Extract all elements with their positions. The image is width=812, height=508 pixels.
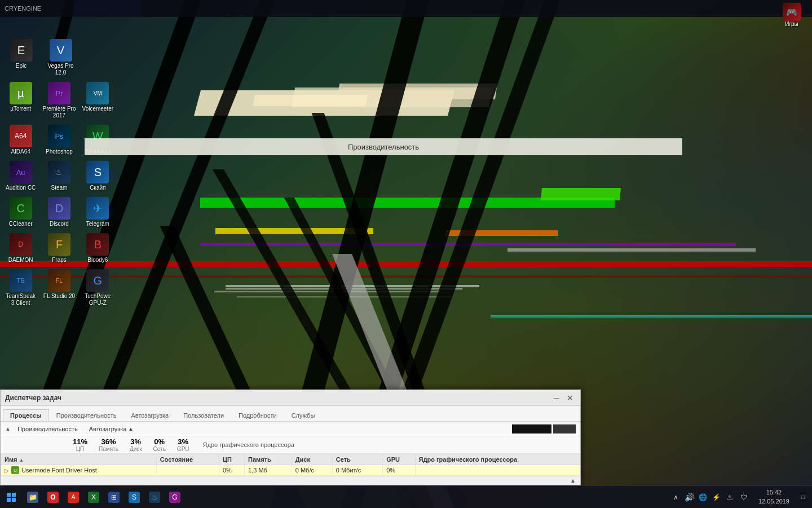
tray-expand-icon[interactable]: ∧ (670, 492, 682, 503)
icon-ccleaner[interactable]: C CCleaner (3, 195, 38, 230)
tm-titlebar: Диспетчер задач ─ ✕ (1, 390, 580, 406)
taskbar-skype[interactable]: S (124, 486, 144, 509)
tm-col-network[interactable]: Сеть (332, 454, 382, 465)
svg-rect-1 (12, 493, 16, 497)
tm-tab-services[interactable]: Службы (284, 409, 323, 421)
icon-flstudio[interactable]: FL FL Studio 20 (41, 267, 77, 309)
skype-icon-img: S (86, 161, 109, 183)
tm-col-gpu-core[interactable]: Ядро графического процессора (415, 454, 580, 465)
taskbar-adobe[interactable]: A (63, 486, 83, 509)
tm-tab-details[interactable]: Подробности (231, 409, 284, 421)
epic-icon-img: E (10, 39, 33, 62)
voicemeeter-icon-img: VM (86, 82, 109, 104)
icon-skype[interactable]: S Скайп (80, 159, 116, 194)
taskbar-opera[interactable]: O (43, 486, 63, 509)
tray-icon-1[interactable]: 🔊 (684, 492, 695, 503)
games-icon: 🎮 (783, 3, 801, 21)
taskbar-photos[interactable]: ⊞ (104, 486, 124, 509)
icon-steam[interactable]: ♨ Steam (41, 159, 77, 194)
tm-col-indicator-2 (553, 424, 576, 433)
skype-taskbar-icon: S (129, 492, 140, 503)
icon-utorrent[interactable]: µ µTorrent (3, 80, 38, 121)
tm-tab-performance[interactable]: Производительность (49, 409, 124, 421)
utorrent-label: µTorrent (10, 106, 31, 112)
tm-col-disk[interactable]: Диск (292, 454, 332, 465)
teamspeak-icon-img: TS (10, 269, 32, 292)
icon-voicemeeter[interactable]: VM Voicemeeter (80, 80, 116, 121)
tm-expand-icon: ▲ (5, 426, 11, 432)
tm-col-state[interactable]: Состояние (156, 454, 219, 465)
tm-process-table: Имя ▲ Состояние ЦП Память Диск Сеть GPU … (1, 454, 580, 476)
process-state (156, 465, 219, 476)
photoshop-label: Photoshop (46, 148, 73, 155)
icon-row-2: µ µTorrent Pr Premiere Pro 2017 VM Voice… (3, 80, 116, 121)
tm-col-indicator-1 (512, 424, 551, 433)
icon-daemon[interactable]: D DAEMON (3, 231, 38, 266)
steam-taskbar-icon: ♨ (149, 492, 160, 503)
tm-close-button[interactable]: ✕ (564, 393, 576, 402)
taskbar-steam[interactable]: ♨ (144, 486, 165, 509)
icon-audition[interactable]: Au Audition CC (3, 159, 38, 194)
bloody-icon-img: B (86, 233, 109, 256)
voicemeeter-label: Voicemeeter (82, 106, 114, 112)
desktop-icons-container: E Epic V Vegas Pro 12.0 µ µTorrent Pr Pr… (0, 34, 118, 312)
table-row[interactable]: ▷ U Usermode Font Driver Host 0% 1,3 Мб … (1, 465, 580, 476)
tray-icon-3[interactable]: ⚡ (711, 492, 722, 503)
tm-tab-users[interactable]: Пользователи (176, 409, 231, 421)
premiere-icon-img: Pr (48, 82, 70, 104)
icon-telegram[interactable]: ✈ Telegram (80, 195, 116, 230)
tm-statusbar: ▲ (1, 476, 580, 485)
start-button[interactable] (0, 486, 23, 509)
fraps-label: Fraps (52, 257, 67, 264)
icon-aida[interactable]: A64 AIDA64 (3, 122, 38, 157)
vegas-icon-img: V (50, 39, 72, 62)
task-manager-window: Диспетчер задач ─ ✕ Процессы Производите… (0, 389, 581, 485)
tm-tab-processes[interactable]: Процессы (3, 409, 49, 421)
tm-minimize-button[interactable]: ─ (551, 393, 562, 402)
svg-rect-0 (7, 493, 11, 497)
taskbar-excel[interactable]: X (83, 486, 104, 509)
tray-icon-2[interactable]: 🌐 (698, 492, 709, 503)
tray-icon-shield[interactable]: 🛡 (738, 492, 749, 503)
games-icon-area[interactable]: 🎮 Игры (783, 3, 801, 27)
icon-vegas[interactable]: V Vegas Pro 12.0 (42, 37, 79, 78)
premiere-label: Premiere Pro 2017 (42, 106, 76, 119)
icon-premiere[interactable]: Pr Premiere Pro 2017 (41, 80, 77, 121)
taskbar-gog[interactable]: G (165, 486, 185, 509)
icon-row-5: C CCleaner D Discord ✈ Telegram (3, 195, 116, 230)
icon-bloody[interactable]: B Bloody6 (80, 231, 116, 266)
tm-performance-btn[interactable]: Производительность (13, 423, 82, 435)
tm-col-name[interactable]: Имя ▲ (1, 454, 157, 465)
performance-popup: Производительность (85, 138, 682, 155)
process-memory: 1,3 Мб (245, 465, 292, 476)
icon-teamspeak[interactable]: TS TeamSpeak 3 Client (3, 267, 38, 309)
icon-epic[interactable]: E Epic (3, 37, 39, 78)
icon-fraps[interactable]: F Fraps (41, 231, 77, 266)
tm-autostart-btn[interactable]: Автозагрузка ▲ (85, 423, 138, 435)
tray-icon-steam[interactable]: ♨ (725, 492, 736, 503)
tm-tabs: Процессы Производительность Автозагрузка… (1, 406, 580, 422)
icon-photoshop[interactable]: Ps Photoshop (41, 122, 77, 157)
svg-rect-2 (7, 498, 11, 502)
icon-gpuz[interactable]: G TechPowe GPU-Z (80, 267, 116, 309)
ccleaner-icon-img: C (10, 197, 32, 220)
gpuz-icon-img: G (86, 269, 109, 292)
tm-col-memory[interactable]: Память (245, 454, 292, 465)
audition-icon-img: Au (10, 161, 32, 183)
photoshop-icon-img: Ps (48, 125, 70, 147)
games-label: Игры (785, 21, 798, 27)
taskbar: 📁 O A X ⊞ S ♨ G (0, 485, 812, 508)
epic-label: Epic (16, 63, 27, 69)
tm-col-gpu[interactable]: GPU (383, 454, 415, 465)
flstudio-label: FL Studio 20 (43, 293, 75, 300)
tm-tab-autostart[interactable]: Автозагрузка (124, 409, 176, 421)
tm-col-cpu[interactable]: ЦП (219, 454, 244, 465)
notification-area[interactable]: □ (794, 486, 812, 509)
tm-disk-val: 3% (130, 437, 141, 446)
icon-discord[interactable]: D Discord (41, 195, 77, 230)
taskbar-clock[interactable]: 15:42 12.05.2019 (754, 488, 794, 506)
tm-column-indicators (512, 424, 576, 433)
tm-gpu-label: GPU (177, 446, 189, 452)
process-icon: U (11, 466, 19, 474)
taskbar-explorer[interactable]: 📁 (23, 486, 43, 509)
